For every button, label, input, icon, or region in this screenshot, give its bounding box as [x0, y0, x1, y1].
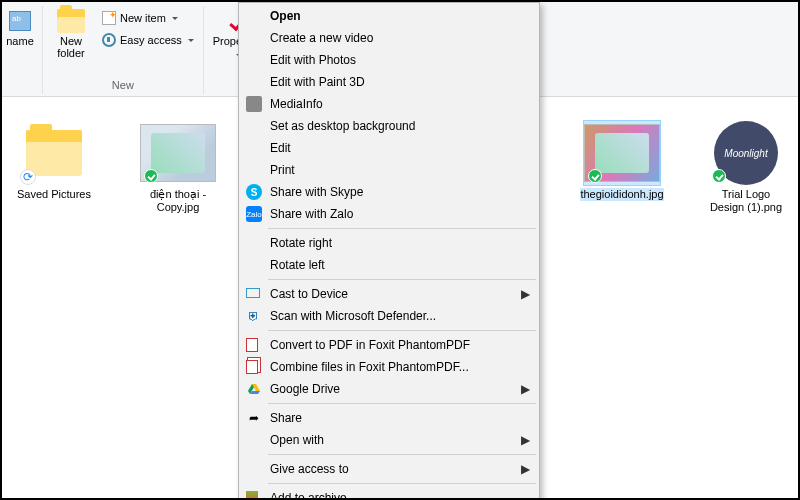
ctx-google-drive[interactable]: Google Drive▶	[240, 378, 538, 400]
file-thegioididonh[interactable]: thegioididonh.jpg	[580, 121, 664, 201]
mediainfo-icon	[246, 96, 262, 112]
submenu-arrow-icon: ▶	[521, 382, 530, 396]
rename-icon	[9, 11, 31, 31]
ctx-cast-to-device[interactable]: Cast to Device▶	[240, 283, 538, 305]
ctx-set-desktop-bg[interactable]: Set as desktop background	[240, 115, 538, 137]
ctx-share-skype[interactable]: SShare with Skype	[240, 181, 538, 203]
separator	[268, 403, 536, 404]
winrar-icon	[246, 491, 258, 500]
chevron-down-icon	[188, 39, 194, 42]
status-synced-icon	[712, 169, 726, 183]
separator	[268, 454, 536, 455]
status-synced-icon	[588, 169, 602, 183]
ctx-rotate-left[interactable]: Rotate left	[240, 254, 538, 276]
ctx-open-with[interactable]: Open with▶	[240, 429, 538, 451]
separator	[268, 483, 536, 484]
zalo-icon: Zalo	[246, 206, 262, 222]
submenu-arrow-icon: ▶	[521, 433, 530, 447]
ctx-rotate-right[interactable]: Rotate right	[240, 232, 538, 254]
separator	[268, 279, 536, 280]
ctx-edit-photos[interactable]: Edit with Photos	[240, 49, 538, 71]
ctx-edit[interactable]: Edit	[240, 137, 538, 159]
cast-icon	[246, 288, 260, 298]
sync-icon: ⟳	[20, 169, 36, 185]
submenu-arrow-icon: ▶	[521, 462, 530, 476]
foxit-convert-icon	[246, 338, 258, 352]
ctx-share-zalo[interactable]: ZaloShare with Zalo	[240, 203, 538, 225]
file-trial-logo[interactable]: Moonlight Trial Logo Design (1).png	[704, 121, 788, 214]
new-item-button[interactable]: ✦ New item	[99, 8, 197, 28]
easy-access-icon	[102, 33, 116, 47]
share-icon: ➦	[246, 410, 262, 426]
ctx-mediainfo[interactable]: MediaInfo	[240, 93, 538, 115]
ctx-edit-paint3d[interactable]: Edit with Paint 3D	[240, 71, 538, 93]
new-folder-icon	[57, 9, 85, 33]
svg-marker-2	[250, 391, 260, 394]
ctx-create-video[interactable]: Create a new video	[240, 27, 538, 49]
folder-saved-pictures[interactable]: ⟳ Saved Pictures	[12, 121, 96, 201]
submenu-arrow-icon: ▶	[521, 287, 530, 301]
skype-icon: S	[246, 184, 262, 200]
status-synced-icon	[144, 169, 158, 183]
file-dien-thoai[interactable]: điện thoại - Copy.jpg	[136, 121, 220, 214]
ctx-convert-pdf[interactable]: Convert to PDF in Foxit PhantomPDF	[240, 334, 538, 356]
rename-button[interactable]: name	[4, 6, 36, 47]
new-item-icon: ✦	[102, 11, 116, 25]
separator	[268, 330, 536, 331]
separator	[268, 228, 536, 229]
chevron-down-icon	[172, 17, 178, 20]
folder-icon	[26, 130, 82, 176]
easy-access-button[interactable]: Easy access	[99, 30, 197, 50]
foxit-combine-icon	[246, 360, 258, 374]
ctx-open[interactable]: Open	[240, 5, 538, 27]
ctx-give-access-to[interactable]: Give access to▶	[240, 458, 538, 480]
ctx-combine-pdf[interactable]: Combine files in Foxit PhantomPDF...	[240, 356, 538, 378]
context-menu: Open Create a new video Edit with Photos…	[238, 2, 540, 500]
ribbon-group-organize-partial: name	[4, 6, 43, 94]
ctx-add-to-archive[interactable]: Add to archive...	[240, 487, 538, 500]
ctx-scan-defender[interactable]: ⛨Scan with Microsoft Defender...	[240, 305, 538, 327]
new-folder-button[interactable]: New folder	[49, 6, 93, 59]
ctx-share[interactable]: ➦Share	[240, 407, 538, 429]
ribbon-group-new: New folder ✦ New item Easy access New	[43, 6, 204, 94]
google-drive-icon	[246, 381, 262, 397]
defender-icon: ⛨	[246, 308, 262, 324]
ctx-print[interactable]: Print	[240, 159, 538, 181]
